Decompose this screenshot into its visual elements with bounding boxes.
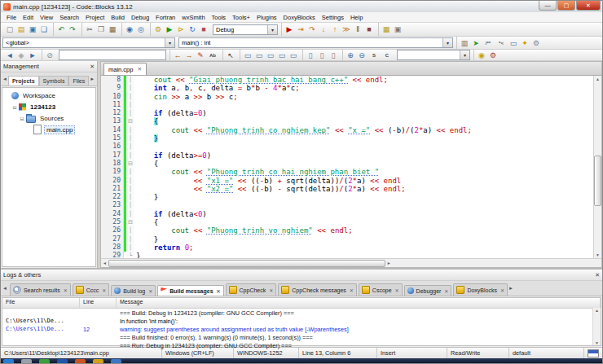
log-tab-cccc[interactable]: Cccc✕ bbox=[73, 283, 110, 296]
code-line-18[interactable]: 18⊟ { bbox=[101, 160, 593, 168]
doxy-config-button[interactable]: ✦ bbox=[519, 38, 530, 48]
fortran-s-button[interactable]: S bbox=[368, 50, 381, 60]
column-header-line[interactable]: Line bbox=[80, 298, 117, 308]
zoom-in-button[interactable]: ⊕ bbox=[345, 50, 356, 60]
log-tab-close-icon[interactable]: ✕ bbox=[269, 287, 273, 293]
menu-settings[interactable]: Settings bbox=[319, 14, 347, 21]
log-tab-close-icon[interactable]: ✕ bbox=[102, 287, 106, 293]
start-orb-icon[interactable] bbox=[3, 359, 14, 363]
code-line-22[interactable]: 22│ } bbox=[101, 193, 593, 201]
fortran-combo[interactable]: ▾ bbox=[397, 50, 470, 60]
code-line-13[interactable]: 13⊟ { bbox=[101, 117, 593, 125]
scroll-right-icon[interactable]: ► bbox=[385, 261, 393, 265]
step-out-button[interactable]: ↑ bbox=[329, 24, 341, 34]
menu-view[interactable]: View bbox=[37, 14, 56, 21]
log-tab-cscope[interactable]: Cscope✕ bbox=[359, 283, 403, 296]
menu-plugins[interactable]: Plugins bbox=[253, 14, 280, 21]
tab-symbols[interactable]: Symbols bbox=[39, 76, 69, 86]
dropdown-arrow-icon[interactable]: ▾ bbox=[165, 38, 174, 47]
tree-item-1234123[interactable]: ⊟1234123 bbox=[2, 101, 95, 112]
run-button[interactable]: ▶ bbox=[164, 24, 175, 34]
wxsmith-window-1-button[interactable]: ▭ bbox=[242, 50, 253, 60]
goto-next-change-button[interactable]: ► bbox=[27, 50, 38, 60]
code-line-11[interactable]: 11│ bbox=[101, 101, 593, 109]
log-row[interactable]: C:\Users\11\De...12warning: suggest pare… bbox=[2, 325, 601, 333]
build-and-run-button[interactable]: ⊳ bbox=[175, 24, 187, 34]
column-header-message[interactable]: Message bbox=[117, 298, 601, 308]
fold-collapse-icon[interactable]: ⊟ bbox=[126, 160, 134, 168]
editor-vertical-scrollbar[interactable]: ▲ ▼ bbox=[593, 76, 601, 258]
doxyblocks-extract-button[interactable]: ▥ bbox=[459, 38, 470, 48]
menu-build[interactable]: Build bbox=[108, 14, 128, 21]
menu-tools[interactable]: Tools bbox=[209, 14, 230, 21]
code-line-14[interactable]: 14│ cout << "Phuong trinh co nghiem kep"… bbox=[101, 126, 593, 134]
editor-tab-maincpp[interactable]: main.cpp ✕ bbox=[103, 63, 147, 75]
menu-file[interactable]: File bbox=[3, 14, 20, 21]
close-button[interactable]: ✕ bbox=[576, 1, 601, 11]
code-line-27[interactable]: 27│ } bbox=[101, 235, 593, 243]
redo-button[interactable]: ↷ bbox=[67, 24, 78, 34]
incremental-search-input[interactable] bbox=[59, 50, 166, 60]
stop-debugger-button[interactable]: ■ bbox=[363, 24, 375, 34]
windows-taskbar[interactable] bbox=[1, 358, 602, 363]
doxyblocks-run-html-button[interactable]: ➤ bbox=[470, 38, 482, 48]
rebuild-button[interactable]: ↻ bbox=[187, 24, 198, 34]
code-line-25[interactable]: 25⊟ { bbox=[101, 218, 593, 226]
taskbar-app-icon[interactable] bbox=[21, 359, 32, 363]
change-marker-button[interactable]: ◆ bbox=[15, 50, 27, 60]
code-line-28[interactable]: 28│ return 0; bbox=[101, 243, 593, 252]
menu-tools[interactable]: Tools+ bbox=[229, 14, 253, 21]
log-tab-close-icon[interactable]: ✕ bbox=[444, 288, 448, 294]
incsearch-next-button[interactable]: → bbox=[183, 50, 195, 60]
log-row[interactable]: === Build: Debug in 1234123 (compiler: G… bbox=[2, 309, 601, 317]
wxsmith-window-4-button[interactable]: ▭ bbox=[276, 50, 288, 60]
wxsmith-window-2-button[interactable]: ▭ bbox=[253, 50, 265, 60]
menu-edit[interactable]: Edit bbox=[20, 14, 37, 21]
paste-button[interactable]: ▦ bbox=[107, 24, 118, 34]
wxsmith-pointer-button[interactable]: ↖ bbox=[225, 50, 236, 60]
incsearch-prev-button[interactable]: ← bbox=[172, 50, 183, 60]
menu-doxyblocks[interactable]: DoxyBlocks bbox=[280, 14, 319, 21]
zoom-out-button[interactable]: ⊖ bbox=[356, 50, 368, 60]
doxy-window-button[interactable]: ▭ bbox=[508, 38, 519, 48]
fold-collapse-icon[interactable]: ⊟ bbox=[126, 117, 134, 125]
dropdown-arrow-icon[interactable]: ▾ bbox=[460, 50, 469, 59]
dropdown-arrow-icon[interactable]: ▾ bbox=[267, 25, 277, 34]
menu-wxsmith[interactable]: wxSmith bbox=[178, 14, 208, 21]
logs-close-icon[interactable]: ✕ bbox=[595, 272, 600, 278]
taskbar-app-icon[interactable] bbox=[57, 359, 68, 363]
log-row[interactable]: C:\Users\11\De...In function 'int main()… bbox=[2, 317, 601, 325]
log-tab-cppcheck[interactable]: CppCheck✕ bbox=[226, 283, 277, 296]
expander-icon[interactable]: ⊟ bbox=[11, 104, 18, 110]
wxsmith-window-3-button[interactable]: ▭ bbox=[265, 50, 276, 60]
tabs-scroll-left-icon[interactable]: ◄ bbox=[2, 77, 8, 81]
code-line-21[interactable]: 21│ << "x2 =" << ((-b) - sqrt(delta))/(2… bbox=[101, 185, 593, 193]
log-tab-close-icon[interactable]: ✕ bbox=[64, 287, 68, 293]
undo-button[interactable]: ↶ bbox=[55, 24, 67, 34]
code-line-10[interactable]: 10│ cin >> a >> b >> c; bbox=[101, 93, 593, 101]
abort-button[interactable]: ■ bbox=[198, 24, 209, 34]
goto-prev-change-button[interactable]: ◄ bbox=[4, 50, 15, 60]
taskbar-app-icon[interactable] bbox=[39, 359, 50, 363]
code-line-24[interactable]: 24│ if (delta<0) bbox=[101, 210, 593, 218]
scope-combo[interactable]: <global>▾ bbox=[2, 37, 175, 48]
open-file-button[interactable]: ▤ bbox=[15, 24, 27, 34]
logs-tabs-scroll-right-icon[interactable]: ► bbox=[508, 286, 514, 291]
debug-info-button[interactable]: ▣ bbox=[392, 24, 403, 34]
log-row[interactable]: === Run: Debug in 1234123 (compiler: GNU… bbox=[2, 342, 601, 350]
code-line-16[interactable]: 16│ bbox=[101, 143, 593, 151]
menu-fortran[interactable]: Fortran bbox=[152, 14, 178, 21]
log-tab-close-icon[interactable]: ✕ bbox=[395, 287, 399, 293]
log-tab-build-log[interactable]: Build log✕ bbox=[111, 285, 156, 296]
replace-button[interactable]: ◎ bbox=[135, 24, 147, 34]
build-button[interactable]: ⚙ bbox=[152, 24, 164, 34]
code-line-19[interactable]: 19│ cout << "Phuong trinh co hai nghiem … bbox=[101, 168, 593, 176]
menu-project[interactable]: Project bbox=[82, 14, 108, 21]
log-tab-close-icon[interactable]: ✕ bbox=[217, 288, 221, 294]
incsearch-highlight-button[interactable]: ✎ bbox=[195, 50, 206, 60]
scroll-down-icon[interactable]: ▼ bbox=[596, 252, 600, 258]
code-line-12[interactable]: 12│ if (delta=0) bbox=[101, 109, 593, 117]
maximize-button[interactable]: ▢ bbox=[557, 1, 575, 11]
editor-horizontal-scrollbar[interactable]: ◄ ► bbox=[101, 258, 601, 267]
taskbar-app-icon[interactable] bbox=[75, 359, 86, 363]
